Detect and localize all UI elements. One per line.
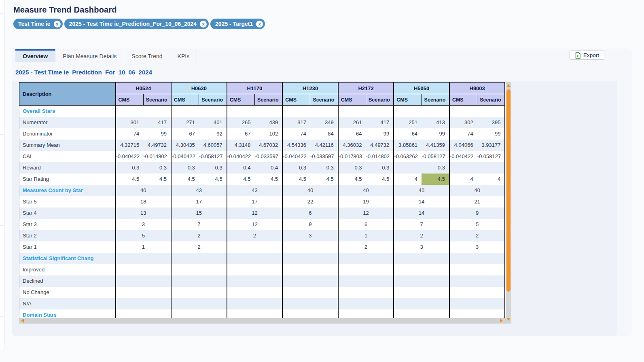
section-label-measures-count-by-star[interactable]: Measures Count by Star (19, 185, 116, 196)
horizontal-scrollbar[interactable] (19, 318, 506, 324)
sub-header-h5050-cms: CMS (394, 94, 422, 106)
cell-h0630-cms: 0.3 (171, 162, 199, 174)
cell-h0630-cms: -0.040422 (171, 151, 199, 162)
cell-h0524: 3 (116, 219, 172, 230)
row-label-n-a: N/A (19, 298, 116, 309)
cell-h5050: 14 (394, 196, 449, 207)
cell-h5050-scenario: 99 (422, 128, 449, 140)
group-header-h2172: H2172 (338, 83, 394, 94)
cell-h0524: 1 (116, 241, 172, 253)
tab-kpis[interactable]: KPIs (170, 49, 197, 62)
row-label-reward: Reward (19, 162, 116, 174)
cell-h0524-cms: 4.32715 (116, 140, 144, 151)
group-header-h0524: H0524 (116, 83, 172, 94)
sub-header-h0630-scenario: Scenario (199, 94, 227, 106)
tab-plan-measure-details[interactable]: Plan Measure Details (55, 49, 124, 62)
scroll-down-arrow-icon[interactable] (506, 318, 511, 321)
cell-h2172 (338, 264, 394, 275)
cell-h9003: 9 (449, 207, 505, 219)
cell-h1230: 6 (282, 207, 338, 219)
table-row-no-change: No Change (19, 287, 505, 298)
table-row-reward: Reward0.30.30.30.30.40.40.30.30.30.30.3 (19, 162, 505, 174)
cell-h2172 (338, 298, 394, 309)
table-row-star-2: Star 25223122 (19, 230, 505, 241)
cell-h0524-cms: 74 (116, 128, 144, 140)
cell-h1170-cms: 4.3148 (227, 140, 255, 151)
cell-h0630: 2 (171, 241, 227, 253)
row-label-star-2: Star 2 (19, 230, 116, 241)
cell-h0524 (116, 253, 172, 264)
sub-header-h0630-cms: CMS (171, 94, 199, 106)
filter-chip-remove-button[interactable]: x (256, 21, 263, 28)
divider (0, 165, 4, 165)
cell-h9003 (449, 298, 505, 309)
cell-h0524-cms: 4.5 (116, 174, 144, 185)
cell-h9003-scenario: 4 (477, 174, 505, 185)
vertical-scrollbar[interactable] (506, 82, 511, 324)
cell-h2172 (338, 309, 394, 318)
cell-h5050-scenario: 0.3 (422, 162, 449, 174)
cell-h5050-scenario: 4.5 (422, 174, 449, 185)
cell-h5050-cms: 251 (394, 117, 422, 128)
cell-h9003-cms (449, 162, 477, 174)
cell-h5050 (394, 309, 449, 318)
cell-h1170-scenario: -0.033597 (254, 151, 282, 162)
cell-h0524-cms: 301 (116, 117, 144, 128)
cell-h2172-cms: 64 (338, 128, 366, 140)
filter-chip-remove-button[interactable]: x (54, 21, 61, 28)
tab-bar: OverviewPlan Measure DetailsScore TrendK… (15, 49, 197, 62)
cell-h9003: 40 (449, 185, 505, 196)
cell-h9003-scenario: 3.93177 (477, 140, 505, 151)
cell-h5050-cms: -0.063262 (394, 151, 422, 162)
cell-h1170-cms: 4.5 (227, 174, 255, 185)
divider (0, 134, 4, 135)
sub-header-h1230-scenario: Scenario (310, 94, 338, 106)
cell-h1170: 2 (227, 230, 283, 241)
row-label-star-4: Star 4 (19, 207, 116, 219)
table-row-star-5: Star 518171722191421 (19, 196, 505, 207)
vertical-scrollbar-thumb[interactable] (506, 89, 511, 292)
cell-h1170 (227, 275, 283, 287)
cell-h5050: 40 (394, 185, 449, 196)
sub-header-h9003-scenario: Scenario (477, 94, 505, 106)
export-button-label: Export (583, 52, 599, 58)
cell-h9003-cms: -0.040422 (449, 151, 477, 162)
table-row-overall-stars: Overall Stars (19, 106, 505, 117)
row-label-star-rating: Star Rating (19, 174, 116, 185)
cell-h0630: 43 (171, 185, 227, 196)
table-row-star-3: Star 337129675 (19, 219, 505, 230)
tab-score-trend[interactable]: Score Trend (124, 49, 170, 62)
sub-header-h1170-cms: CMS (227, 94, 255, 106)
cell-h5050: 3 (394, 241, 449, 253)
cell-h0524-scenario: 99 (143, 128, 171, 140)
row-label-summary-mean: Summary Mean (19, 140, 116, 151)
table-row-star-1: Star 112233 (19, 241, 505, 253)
scroll-up-arrow-icon[interactable] (506, 84, 511, 87)
cell-h1230-scenario: 84 (310, 128, 338, 140)
table-row-denominator: Denominator74996792671027484649964997499 (19, 128, 505, 140)
filter-chip-label: 2025 - Test Time ie_Prediction_For_10_06… (69, 21, 197, 27)
cell-h0524: 40 (116, 185, 172, 196)
overview-table-container: DescriptionH0524H0630H1170H1230H2172H505… (19, 82, 505, 318)
page-title: Measure Trend Dashboard (13, 5, 117, 15)
table-row-domain-stars: Domain Stars (19, 309, 505, 318)
cell-h2172: 6 (338, 219, 394, 230)
cell-h0630-scenario: 4.5 (199, 174, 227, 185)
section-label-statistical-significant-chang[interactable]: Statistical Significant Chang (19, 253, 116, 264)
table-row-star-rating: Star Rating4.54.54.54.54.54.54.54.54.54.… (19, 174, 505, 185)
export-button[interactable]: x Export (570, 51, 604, 60)
cell-h5050-cms: 4 (394, 174, 422, 185)
section-label-domain-stars[interactable]: Domain Stars (19, 309, 116, 318)
cell-h1170-scenario: 439 (254, 117, 282, 128)
scroll-right-arrow-icon[interactable] (500, 319, 503, 323)
group-header-h9003: H9003 (449, 83, 505, 94)
filter-chip-remove-button[interactable]: x (200, 21, 207, 28)
cell-h9003: 3 (449, 241, 505, 253)
section-label-overall-stars[interactable]: Overall Stars (19, 106, 116, 117)
table-row-improved: Improved (19, 264, 505, 275)
cell-h1230-cms: 4.5 (282, 174, 310, 185)
cell-h1230-cms: 4.54336 (282, 140, 310, 151)
scroll-left-arrow-icon[interactable] (21, 319, 24, 323)
tab-overview[interactable]: Overview (15, 49, 55, 62)
cell-h0524 (116, 309, 172, 318)
